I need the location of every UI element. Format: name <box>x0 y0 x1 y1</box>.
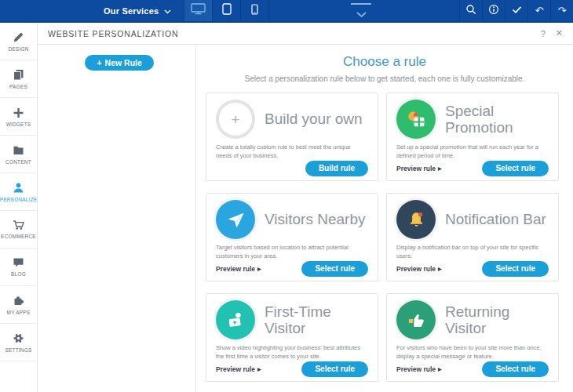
pages-icon <box>13 69 24 81</box>
folder-icon <box>13 144 24 156</box>
play-arrow-icon: ▶ <box>257 366 261 372</box>
gift-icon <box>396 100 436 139</box>
rule-card-first-time-visitor: First-Time Visitor Show a video highligh… <box>206 293 378 382</box>
sidebar-item-settings[interactable]: SETTINGS <box>0 324 37 361</box>
build-rule-button[interactable]: Build rule <box>305 161 368 176</box>
search-button[interactable] <box>459 0 482 21</box>
select-rule-button[interactable]: Select rule <box>482 161 549 176</box>
play-arrow-icon: ▶ <box>257 266 261 271</box>
collapse-toolbar-control[interactable] <box>346 0 376 17</box>
redo-button[interactable]: ↷ <box>550 0 573 21</box>
close-button[interactable]: ✕ <box>556 28 563 38</box>
preview-rule-link[interactable]: Preview rule ▶ <box>396 365 442 373</box>
new-rule-label: New Rule <box>105 58 142 67</box>
preview-rule-link[interactable]: Preview rule ▶ <box>396 265 442 273</box>
select-rule-button[interactable]: Select rule <box>482 261 549 277</box>
video-person-icon <box>216 300 255 339</box>
save-check-button[interactable] <box>505 0 527 21</box>
preview-rule-label: Preview rule <box>396 165 436 172</box>
rule-card-build-your-own: + Build your own Create a totally custom… <box>206 93 378 181</box>
card-footer: Preview rule ▶ Select rule <box>396 261 549 277</box>
card-description: For visitors who have been to your site … <box>396 344 549 361</box>
rule-card-returning-visitor: Returning Visitor For visitors who have … <box>386 293 559 382</box>
plus-icon: + <box>97 58 101 67</box>
sidebar-item-pages[interactable]: PAGES <box>0 60 37 98</box>
our-services-dropdown[interactable]: Our Services <box>99 0 184 21</box>
person-icon <box>13 182 24 194</box>
card-description: Display a notification bar on top of you… <box>396 244 549 261</box>
play-arrow-icon: ▶ <box>438 266 442 271</box>
puzzle-icon <box>13 295 24 307</box>
card-footer: Preview rule ▶ Select rule <box>216 261 368 277</box>
card-head: First-Time Visitor <box>216 300 368 339</box>
select-rule-button[interactable]: Select rule <box>482 361 549 377</box>
select-rule-button[interactable]: Select rule <box>301 261 368 277</box>
sidebar-item-blog[interactable]: BLOG <box>0 249 37 286</box>
cart-icon <box>13 220 24 230</box>
sidebar-item-design[interactable]: DESIGN <box>0 23 37 60</box>
card-footer: Preview rule ▶ Select rule <box>396 161 549 176</box>
preview-rule-link[interactable]: Preview rule ▶ <box>216 365 261 373</box>
topbar-spacer <box>0 0 99 21</box>
card-description: Show a video highlighting your business'… <box>216 344 368 361</box>
play-arrow-icon: ▶ <box>438 165 442 171</box>
build-your-own-icon: + <box>216 100 255 139</box>
check-icon <box>512 5 522 16</box>
sidebar-item-widgets[interactable]: WIDGETS <box>0 98 37 136</box>
paper-plane-icon <box>216 200 255 239</box>
help-button[interactable]: ? <box>541 29 546 38</box>
preview-rule-link[interactable]: Preview rule ▶ <box>216 265 261 273</box>
bell-icon <box>396 200 436 239</box>
undo-button[interactable]: ↶ <box>527 0 550 21</box>
preview-rule-label: Preview rule <box>396 365 436 373</box>
info-button[interactable] <box>482 0 505 21</box>
card-title: First-Time Visitor <box>265 303 368 337</box>
sidebar-item-label: WIDGETS <box>6 122 31 127</box>
card-description: Set up a special promotion that will run… <box>396 143 549 161</box>
device-preview-switcher <box>184 0 269 21</box>
device-tablet-button[interactable] <box>213 0 241 21</box>
device-desktop-button[interactable] <box>184 0 213 21</box>
sidebar: DESIGN PAGES WIDGETS CONTENT PERSONALIZE <box>0 23 38 392</box>
card-footer: Preview rule ▶ Select rule <box>216 361 368 377</box>
card-head: Returning Visitor <box>396 300 549 339</box>
sidebar-item-label: ECOMMERCE <box>1 234 36 239</box>
card-head: Special Promotion <box>396 100 549 139</box>
preview-rule-link[interactable]: Preview rule ▶ <box>396 165 442 172</box>
undo-icon: ↶ <box>535 5 544 16</box>
page-title: WEBSITE PERSONALIZATION <box>48 29 178 38</box>
sidebar-item-content[interactable]: CONTENT <box>0 136 37 173</box>
sidebar-item-label: PAGES <box>9 84 27 89</box>
rule-cards-grid: + Build your own Create a totally custom… <box>206 93 559 382</box>
preview-rule-label: Preview rule <box>216 365 255 373</box>
card-head: Visitors Nearby <box>216 200 368 239</box>
pencil-icon <box>13 31 24 43</box>
collapse-line <box>351 3 371 5</box>
choose-rule-subtitle: Select a personalization rule below to g… <box>196 74 573 83</box>
sidebar-item-label: CONTENT <box>5 159 31 165</box>
card-title: Visitors Nearby <box>265 211 368 227</box>
sidebar-item-label: BLOG <box>11 271 26 277</box>
redo-icon: ↷ <box>558 5 567 16</box>
device-mobile-button[interactable] <box>241 0 269 21</box>
select-rule-button[interactable]: Select rule <box>301 361 368 377</box>
sidebar-item-label: MY APPS <box>7 310 31 315</box>
card-title: Special Promotion <box>445 103 549 136</box>
plus-icon: + <box>231 112 239 127</box>
sidebar-item-personalize[interactable]: PERSONALIZE <box>0 173 37 211</box>
page-header: WEBSITE PERSONALIZATION ? ✕ <box>38 23 573 45</box>
rule-card-special-promotion: Special Promotion Set up a special promo… <box>386 93 559 181</box>
card-title: Returning Visitor <box>445 303 549 337</box>
top-toolbar: Our Services <box>0 0 573 23</box>
preview-rule-label: Preview rule <box>216 265 255 273</box>
new-rule-button[interactable]: + New Rule <box>85 55 154 71</box>
card-footer: Preview rule ▶ Select rule <box>396 361 549 377</box>
header-actions: ? ✕ <box>541 28 563 38</box>
card-description: Create a totally custom rule to best mee… <box>216 143 368 161</box>
sidebar-item-my-apps[interactable]: MY APPS <box>0 286 37 324</box>
card-title: Build your own <box>265 111 368 127</box>
sidebar-item-label: DESIGN <box>8 46 28 52</box>
search-icon <box>465 4 476 17</box>
sidebar-item-ecommerce[interactable]: ECOMMERCE <box>0 211 37 249</box>
chevron-down-icon <box>356 6 367 20</box>
